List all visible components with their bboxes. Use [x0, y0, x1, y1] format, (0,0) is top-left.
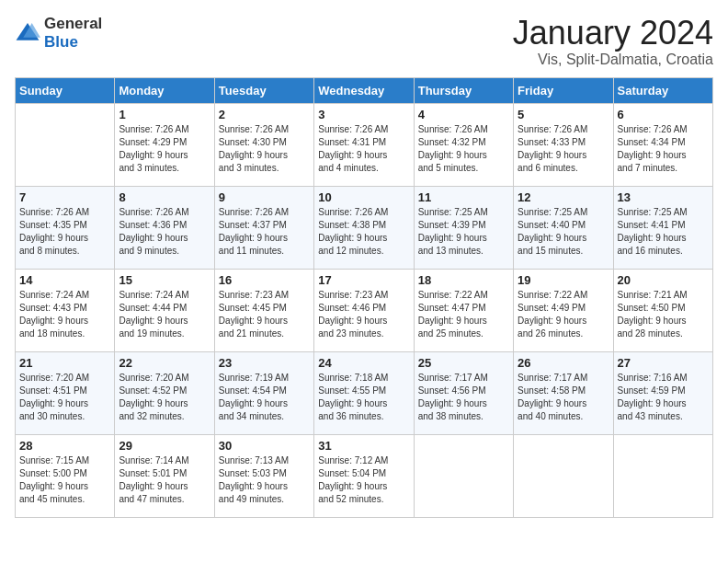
day-cell: 26Sunrise: 7:17 AMSunset: 4:58 PMDayligh… — [514, 351, 613, 434]
month-title: January 2024 — [513, 15, 713, 52]
week-row-4: 21Sunrise: 7:20 AMSunset: 4:51 PMDayligh… — [16, 351, 713, 434]
day-cell: 5Sunrise: 7:26 AMSunset: 4:33 PMDaylight… — [514, 103, 613, 186]
day-cell: 16Sunrise: 7:23 AMSunset: 4:45 PMDayligh… — [214, 269, 313, 351]
day-info: Sunrise: 7:18 AMSunset: 4:55 PMDaylight:… — [318, 372, 409, 423]
day-cell: 28Sunrise: 7:15 AMSunset: 5:00 PMDayligh… — [16, 434, 115, 517]
day-cell: 6Sunrise: 7:26 AMSunset: 4:34 PMDaylight… — [613, 103, 712, 186]
day-number: 5 — [518, 108, 609, 121]
day-number: 16 — [219, 273, 310, 287]
day-number: 3 — [318, 108, 409, 121]
day-info: Sunrise: 7:22 AMSunset: 4:47 PMDaylight:… — [418, 289, 509, 340]
day-number: 14 — [19, 273, 110, 287]
day-cell: 17Sunrise: 7:23 AMSunset: 4:46 PMDayligh… — [314, 269, 414, 351]
day-cell: 30Sunrise: 7:13 AMSunset: 5:03 PMDayligh… — [214, 434, 313, 517]
week-row-1: 1Sunrise: 7:26 AMSunset: 4:29 PMDaylight… — [16, 103, 713, 186]
day-cell: 10Sunrise: 7:26 AMSunset: 4:38 PMDayligh… — [314, 186, 414, 269]
day-cell: 4Sunrise: 7:26 AMSunset: 4:32 PMDaylight… — [414, 103, 513, 186]
day-cell: 14Sunrise: 7:24 AMSunset: 4:43 PMDayligh… — [16, 269, 115, 351]
day-cell: 8Sunrise: 7:26 AMSunset: 4:36 PMDaylight… — [115, 186, 214, 269]
day-number: 13 — [618, 190, 709, 204]
week-row-3: 14Sunrise: 7:24 AMSunset: 4:43 PMDayligh… — [16, 269, 713, 351]
day-info: Sunrise: 7:15 AMSunset: 5:00 PMDaylight:… — [19, 454, 110, 506]
day-info: Sunrise: 7:23 AMSunset: 4:46 PMDaylight:… — [318, 289, 409, 340]
day-header-monday: Monday — [115, 77, 214, 103]
day-cell: 24Sunrise: 7:18 AMSunset: 4:55 PMDayligh… — [314, 351, 414, 434]
day-number: 6 — [618, 108, 709, 121]
day-header-saturday: Saturday — [613, 77, 712, 103]
day-cell: 31Sunrise: 7:12 AMSunset: 5:04 PMDayligh… — [314, 434, 414, 517]
logo: General Blue — [15, 15, 102, 51]
day-cell: 15Sunrise: 7:24 AMSunset: 4:44 PMDayligh… — [115, 269, 214, 351]
calendar-table: SundayMondayTuesdayWednesdayThursdayFrid… — [15, 77, 713, 518]
logo-icon — [15, 20, 40, 46]
day-number: 26 — [518, 356, 609, 370]
day-header-thursday: Thursday — [414, 77, 513, 103]
day-number: 2 — [219, 108, 310, 121]
day-number: 17 — [318, 273, 409, 287]
day-info: Sunrise: 7:13 AMSunset: 5:03 PMDaylight:… — [219, 454, 310, 506]
day-info: Sunrise: 7:26 AMSunset: 4:32 PMDaylight:… — [418, 123, 509, 175]
day-info: Sunrise: 7:26 AMSunset: 4:30 PMDaylight:… — [219, 123, 310, 175]
day-cell: 22Sunrise: 7:20 AMSunset: 4:52 PMDayligh… — [115, 351, 214, 434]
day-info: Sunrise: 7:24 AMSunset: 4:43 PMDaylight:… — [19, 289, 110, 340]
day-number: 8 — [119, 190, 210, 204]
day-info: Sunrise: 7:25 AMSunset: 4:39 PMDaylight:… — [418, 206, 509, 258]
logo-blue: Blue — [44, 33, 102, 52]
day-info: Sunrise: 7:26 AMSunset: 4:36 PMDaylight:… — [119, 206, 210, 258]
day-number: 27 — [618, 356, 709, 370]
day-cell: 21Sunrise: 7:20 AMSunset: 4:51 PMDayligh… — [16, 351, 115, 434]
page-header: General Blue January 2024 Vis, Split-Dal… — [15, 15, 713, 68]
day-cell — [16, 103, 115, 186]
day-info: Sunrise: 7:26 AMSunset: 4:31 PMDaylight:… — [318, 123, 409, 175]
day-info: Sunrise: 7:20 AMSunset: 4:51 PMDaylight:… — [19, 372, 110, 423]
week-row-2: 7Sunrise: 7:26 AMSunset: 4:35 PMDaylight… — [16, 186, 713, 269]
day-info: Sunrise: 7:22 AMSunset: 4:49 PMDaylight:… — [518, 289, 609, 340]
day-cell: 11Sunrise: 7:25 AMSunset: 4:39 PMDayligh… — [414, 186, 513, 269]
day-info: Sunrise: 7:26 AMSunset: 4:35 PMDaylight:… — [19, 206, 110, 258]
day-info: Sunrise: 7:14 AMSunset: 5:01 PMDaylight:… — [119, 454, 210, 506]
day-number: 22 — [119, 356, 210, 370]
day-info: Sunrise: 7:19 AMSunset: 4:54 PMDaylight:… — [219, 372, 310, 423]
day-cell: 7Sunrise: 7:26 AMSunset: 4:35 PMDaylight… — [16, 186, 115, 269]
day-cell: 3Sunrise: 7:26 AMSunset: 4:31 PMDaylight… — [314, 103, 414, 186]
day-number: 20 — [618, 273, 709, 287]
day-cell: 19Sunrise: 7:22 AMSunset: 4:49 PMDayligh… — [514, 269, 613, 351]
logo-general: General — [44, 15, 102, 33]
day-number: 1 — [119, 108, 210, 121]
day-info: Sunrise: 7:26 AMSunset: 4:38 PMDaylight:… — [318, 206, 409, 258]
day-cell: 27Sunrise: 7:16 AMSunset: 4:59 PMDayligh… — [613, 351, 712, 434]
day-number: 30 — [219, 439, 310, 453]
week-row-5: 28Sunrise: 7:15 AMSunset: 5:00 PMDayligh… — [16, 434, 713, 517]
day-cell — [613, 434, 712, 517]
day-number: 4 — [418, 108, 509, 121]
day-number: 10 — [318, 190, 409, 204]
day-cell: 2Sunrise: 7:26 AMSunset: 4:30 PMDaylight… — [214, 103, 313, 186]
day-number: 18 — [418, 273, 509, 287]
day-cell: 9Sunrise: 7:26 AMSunset: 4:37 PMDaylight… — [214, 186, 313, 269]
day-number: 15 — [119, 273, 210, 287]
calendar-header-row: SundayMondayTuesdayWednesdayThursdayFrid… — [16, 77, 713, 103]
logo-text: General Blue — [44, 15, 102, 51]
day-info: Sunrise: 7:26 AMSunset: 4:34 PMDaylight:… — [618, 123, 709, 175]
day-number: 23 — [219, 356, 310, 370]
day-info: Sunrise: 7:17 AMSunset: 4:56 PMDaylight:… — [418, 372, 509, 423]
day-cell: 1Sunrise: 7:26 AMSunset: 4:29 PMDaylight… — [115, 103, 214, 186]
day-cell — [514, 434, 613, 517]
day-header-sunday: Sunday — [16, 77, 115, 103]
day-info: Sunrise: 7:12 AMSunset: 5:04 PMDaylight:… — [318, 454, 409, 506]
day-number: 7 — [19, 190, 110, 204]
day-number: 11 — [418, 190, 509, 204]
day-info: Sunrise: 7:26 AMSunset: 4:33 PMDaylight:… — [518, 123, 609, 175]
day-number: 9 — [219, 190, 310, 204]
day-header-tuesday: Tuesday — [214, 77, 313, 103]
day-info: Sunrise: 7:26 AMSunset: 4:37 PMDaylight:… — [219, 206, 310, 258]
day-info: Sunrise: 7:23 AMSunset: 4:45 PMDaylight:… — [219, 289, 310, 340]
day-number: 21 — [19, 356, 110, 370]
day-info: Sunrise: 7:24 AMSunset: 4:44 PMDaylight:… — [119, 289, 210, 340]
day-header-friday: Friday — [514, 77, 613, 103]
day-header-wednesday: Wednesday — [314, 77, 414, 103]
day-cell: 23Sunrise: 7:19 AMSunset: 4:54 PMDayligh… — [214, 351, 313, 434]
day-cell: 13Sunrise: 7:25 AMSunset: 4:41 PMDayligh… — [613, 186, 712, 269]
day-cell — [414, 434, 513, 517]
day-cell: 29Sunrise: 7:14 AMSunset: 5:01 PMDayligh… — [115, 434, 214, 517]
